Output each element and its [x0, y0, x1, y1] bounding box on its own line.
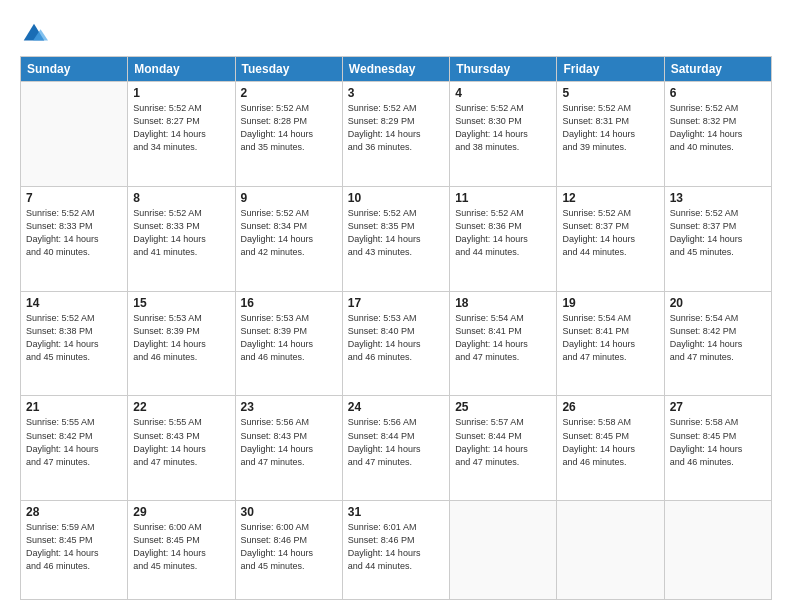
- day-number: 20: [670, 296, 766, 310]
- day-info: Sunrise: 5:52 AMSunset: 8:29 PMDaylight:…: [348, 102, 444, 154]
- week-row-4: 28Sunrise: 5:59 AMSunset: 8:45 PMDayligh…: [21, 501, 772, 600]
- day-number: 14: [26, 296, 122, 310]
- day-info: Sunrise: 5:57 AMSunset: 8:44 PMDaylight:…: [455, 416, 551, 468]
- day-info: Sunrise: 6:00 AMSunset: 8:46 PMDaylight:…: [241, 521, 337, 573]
- calendar-cell: [664, 501, 771, 600]
- day-info: Sunrise: 5:54 AMSunset: 8:41 PMDaylight:…: [562, 312, 658, 364]
- day-number: 27: [670, 400, 766, 414]
- weekday-header-row: SundayMondayTuesdayWednesdayThursdayFrid…: [21, 57, 772, 82]
- week-row-2: 14Sunrise: 5:52 AMSunset: 8:38 PMDayligh…: [21, 291, 772, 396]
- day-info: Sunrise: 5:59 AMSunset: 8:45 PMDaylight:…: [26, 521, 122, 573]
- day-number: 23: [241, 400, 337, 414]
- day-number: 16: [241, 296, 337, 310]
- day-number: 10: [348, 191, 444, 205]
- day-number: 28: [26, 505, 122, 519]
- day-number: 9: [241, 191, 337, 205]
- day-number: 24: [348, 400, 444, 414]
- calendar-cell: 21Sunrise: 5:55 AMSunset: 8:42 PMDayligh…: [21, 396, 128, 501]
- calendar-cell: 14Sunrise: 5:52 AMSunset: 8:38 PMDayligh…: [21, 291, 128, 396]
- day-info: Sunrise: 5:52 AMSunset: 8:27 PMDaylight:…: [133, 102, 229, 154]
- day-number: 15: [133, 296, 229, 310]
- day-info: Sunrise: 5:52 AMSunset: 8:33 PMDaylight:…: [133, 207, 229, 259]
- day-number: 19: [562, 296, 658, 310]
- calendar-cell: 20Sunrise: 5:54 AMSunset: 8:42 PMDayligh…: [664, 291, 771, 396]
- day-info: Sunrise: 5:54 AMSunset: 8:42 PMDaylight:…: [670, 312, 766, 364]
- calendar-table: SundayMondayTuesdayWednesdayThursdayFrid…: [20, 56, 772, 600]
- day-number: 6: [670, 86, 766, 100]
- calendar-cell: 11Sunrise: 5:52 AMSunset: 8:36 PMDayligh…: [450, 186, 557, 291]
- day-number: 7: [26, 191, 122, 205]
- day-info: Sunrise: 5:56 AMSunset: 8:43 PMDaylight:…: [241, 416, 337, 468]
- day-info: Sunrise: 6:00 AMSunset: 8:45 PMDaylight:…: [133, 521, 229, 573]
- day-number: 2: [241, 86, 337, 100]
- day-number: 21: [26, 400, 122, 414]
- calendar-cell: 16Sunrise: 5:53 AMSunset: 8:39 PMDayligh…: [235, 291, 342, 396]
- week-row-3: 21Sunrise: 5:55 AMSunset: 8:42 PMDayligh…: [21, 396, 772, 501]
- weekday-header-sunday: Sunday: [21, 57, 128, 82]
- day-info: Sunrise: 5:52 AMSunset: 8:28 PMDaylight:…: [241, 102, 337, 154]
- day-info: Sunrise: 5:52 AMSunset: 8:37 PMDaylight:…: [562, 207, 658, 259]
- calendar-cell: 10Sunrise: 5:52 AMSunset: 8:35 PMDayligh…: [342, 186, 449, 291]
- day-info: Sunrise: 5:52 AMSunset: 8:31 PMDaylight:…: [562, 102, 658, 154]
- calendar-cell: 5Sunrise: 5:52 AMSunset: 8:31 PMDaylight…: [557, 82, 664, 187]
- day-number: 18: [455, 296, 551, 310]
- calendar-cell: [21, 82, 128, 187]
- day-number: 11: [455, 191, 551, 205]
- day-info: Sunrise: 5:52 AMSunset: 8:33 PMDaylight:…: [26, 207, 122, 259]
- calendar-cell: 4Sunrise: 5:52 AMSunset: 8:30 PMDaylight…: [450, 82, 557, 187]
- calendar-cell: [450, 501, 557, 600]
- day-info: Sunrise: 5:52 AMSunset: 8:32 PMDaylight:…: [670, 102, 766, 154]
- day-number: 8: [133, 191, 229, 205]
- calendar-cell: 30Sunrise: 6:00 AMSunset: 8:46 PMDayligh…: [235, 501, 342, 600]
- calendar-cell: 22Sunrise: 5:55 AMSunset: 8:43 PMDayligh…: [128, 396, 235, 501]
- logo-icon: [20, 20, 48, 48]
- weekday-header-friday: Friday: [557, 57, 664, 82]
- day-info: Sunrise: 6:01 AMSunset: 8:46 PMDaylight:…: [348, 521, 444, 573]
- day-info: Sunrise: 5:52 AMSunset: 8:34 PMDaylight:…: [241, 207, 337, 259]
- day-number: 1: [133, 86, 229, 100]
- day-info: Sunrise: 5:55 AMSunset: 8:42 PMDaylight:…: [26, 416, 122, 468]
- day-number: 30: [241, 505, 337, 519]
- day-info: Sunrise: 5:54 AMSunset: 8:41 PMDaylight:…: [455, 312, 551, 364]
- calendar-cell: 19Sunrise: 5:54 AMSunset: 8:41 PMDayligh…: [557, 291, 664, 396]
- page: SundayMondayTuesdayWednesdayThursdayFrid…: [0, 0, 792, 612]
- calendar-cell: 6Sunrise: 5:52 AMSunset: 8:32 PMDaylight…: [664, 82, 771, 187]
- day-number: 12: [562, 191, 658, 205]
- day-number: 22: [133, 400, 229, 414]
- calendar-cell: 31Sunrise: 6:01 AMSunset: 8:46 PMDayligh…: [342, 501, 449, 600]
- weekday-header-tuesday: Tuesday: [235, 57, 342, 82]
- logo: [20, 20, 52, 48]
- week-row-1: 7Sunrise: 5:52 AMSunset: 8:33 PMDaylight…: [21, 186, 772, 291]
- calendar-cell: 12Sunrise: 5:52 AMSunset: 8:37 PMDayligh…: [557, 186, 664, 291]
- weekday-header-saturday: Saturday: [664, 57, 771, 82]
- day-info: Sunrise: 5:56 AMSunset: 8:44 PMDaylight:…: [348, 416, 444, 468]
- calendar-cell: 9Sunrise: 5:52 AMSunset: 8:34 PMDaylight…: [235, 186, 342, 291]
- day-number: 29: [133, 505, 229, 519]
- day-info: Sunrise: 5:53 AMSunset: 8:39 PMDaylight:…: [241, 312, 337, 364]
- day-info: Sunrise: 5:53 AMSunset: 8:40 PMDaylight:…: [348, 312, 444, 364]
- day-info: Sunrise: 5:52 AMSunset: 8:35 PMDaylight:…: [348, 207, 444, 259]
- day-number: 3: [348, 86, 444, 100]
- calendar-cell: 3Sunrise: 5:52 AMSunset: 8:29 PMDaylight…: [342, 82, 449, 187]
- day-number: 17: [348, 296, 444, 310]
- day-number: 25: [455, 400, 551, 414]
- calendar-cell: 15Sunrise: 5:53 AMSunset: 8:39 PMDayligh…: [128, 291, 235, 396]
- weekday-header-thursday: Thursday: [450, 57, 557, 82]
- calendar-cell: 23Sunrise: 5:56 AMSunset: 8:43 PMDayligh…: [235, 396, 342, 501]
- day-info: Sunrise: 5:58 AMSunset: 8:45 PMDaylight:…: [670, 416, 766, 468]
- day-info: Sunrise: 5:53 AMSunset: 8:39 PMDaylight:…: [133, 312, 229, 364]
- calendar-cell: [557, 501, 664, 600]
- calendar-cell: 27Sunrise: 5:58 AMSunset: 8:45 PMDayligh…: [664, 396, 771, 501]
- week-row-0: 1Sunrise: 5:52 AMSunset: 8:27 PMDaylight…: [21, 82, 772, 187]
- calendar-cell: 2Sunrise: 5:52 AMSunset: 8:28 PMDaylight…: [235, 82, 342, 187]
- day-number: 26: [562, 400, 658, 414]
- day-info: Sunrise: 5:52 AMSunset: 8:36 PMDaylight:…: [455, 207, 551, 259]
- calendar-cell: 17Sunrise: 5:53 AMSunset: 8:40 PMDayligh…: [342, 291, 449, 396]
- calendar-cell: 7Sunrise: 5:52 AMSunset: 8:33 PMDaylight…: [21, 186, 128, 291]
- calendar-cell: 25Sunrise: 5:57 AMSunset: 8:44 PMDayligh…: [450, 396, 557, 501]
- day-info: Sunrise: 5:52 AMSunset: 8:30 PMDaylight:…: [455, 102, 551, 154]
- calendar-cell: 28Sunrise: 5:59 AMSunset: 8:45 PMDayligh…: [21, 501, 128, 600]
- weekday-header-wednesday: Wednesday: [342, 57, 449, 82]
- calendar-cell: 8Sunrise: 5:52 AMSunset: 8:33 PMDaylight…: [128, 186, 235, 291]
- day-number: 5: [562, 86, 658, 100]
